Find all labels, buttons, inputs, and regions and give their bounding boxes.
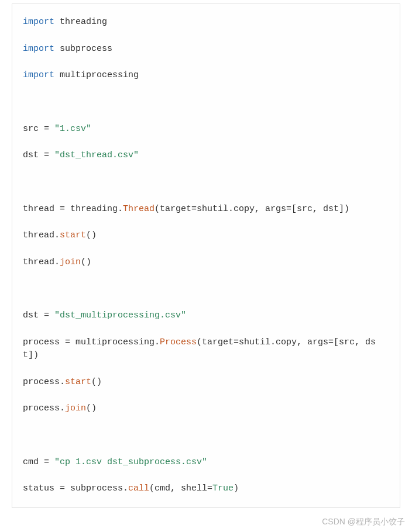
- function-name: join: [60, 257, 81, 267]
- module-name: subprocess: [54, 44, 112, 54]
- module-name: multiprocessing: [54, 70, 139, 80]
- code-line: import subprocess: [23, 43, 389, 56]
- code-line: thread = threading.Thread(target=shutil.…: [23, 203, 389, 216]
- blank-lines: [23, 96, 389, 123]
- assignment: dst =: [23, 150, 54, 160]
- assignment: dst =: [23, 310, 54, 320]
- code-line: import multiprocessing: [23, 69, 389, 82]
- string-literal: "1.csv": [54, 124, 91, 134]
- blank-lines: [23, 429, 389, 456]
- string-literal: "cp 1.csv dst_subprocess.csv": [54, 457, 207, 467]
- string-literal: "dst_thread.csv": [54, 150, 139, 160]
- blank-lines: [23, 176, 389, 203]
- code-line: dst = "dst_multiprocessing.csv": [23, 309, 389, 323]
- code-line: thread.join(): [23, 256, 389, 270]
- code-line: src = "1.csv": [23, 123, 389, 136]
- boolean-literal: True: [212, 483, 234, 493]
- class-name: Thread: [123, 204, 154, 214]
- keyword: import: [23, 70, 54, 80]
- code-line: process.start(): [23, 376, 389, 389]
- function-name: call: [128, 483, 149, 493]
- assignment: src =: [23, 124, 54, 134]
- code-text: status = subprocess.: [23, 483, 128, 493]
- code-text: (target=shutil.copy, args=[src, dst]): [154, 204, 349, 214]
- code-text: thread = threading.: [23, 204, 123, 214]
- code-text: process.: [23, 377, 65, 387]
- code-text: (): [81, 257, 91, 267]
- code-text: (cmd, shell=: [149, 483, 212, 493]
- function-name: start: [65, 377, 91, 387]
- code-line: process = multiprocessing.Process(target…: [23, 336, 389, 362]
- module-name: threading: [54, 17, 107, 27]
- code-text: (): [86, 403, 97, 413]
- code-line: dst = "dst_thread.csv": [23, 149, 389, 163]
- code-line: import threading: [23, 16, 389, 29]
- code-line: status = subprocess.call(cmd, shell=True…: [23, 482, 389, 496]
- string-literal: "dst_multiprocessing.csv": [54, 310, 186, 320]
- keyword: import: [23, 44, 54, 54]
- blank-lines: [23, 282, 389, 309]
- function-name: join: [65, 403, 86, 413]
- code-text: thread.: [23, 257, 60, 267]
- function-name: start: [60, 230, 86, 240]
- code-line: thread.start(): [23, 229, 389, 243]
- code-block: import threading import subprocess impor…: [12, 4, 400, 508]
- class-name: Process: [160, 337, 197, 347]
- assignment: cmd =: [23, 457, 54, 467]
- watermark-text: CSDN @程序员小饺子: [322, 517, 405, 527]
- code-text: (): [91, 377, 102, 387]
- keyword: import: [23, 17, 54, 27]
- code-text: (): [86, 230, 97, 240]
- code-text: process.: [23, 403, 65, 413]
- code-text: ): [234, 483, 239, 493]
- code-text: thread.: [23, 230, 60, 240]
- code-line: cmd = "cp 1.csv dst_subprocess.csv": [23, 456, 389, 469]
- code-line: process.join(): [23, 402, 389, 416]
- code-text: process = multiprocessing.: [23, 337, 160, 347]
